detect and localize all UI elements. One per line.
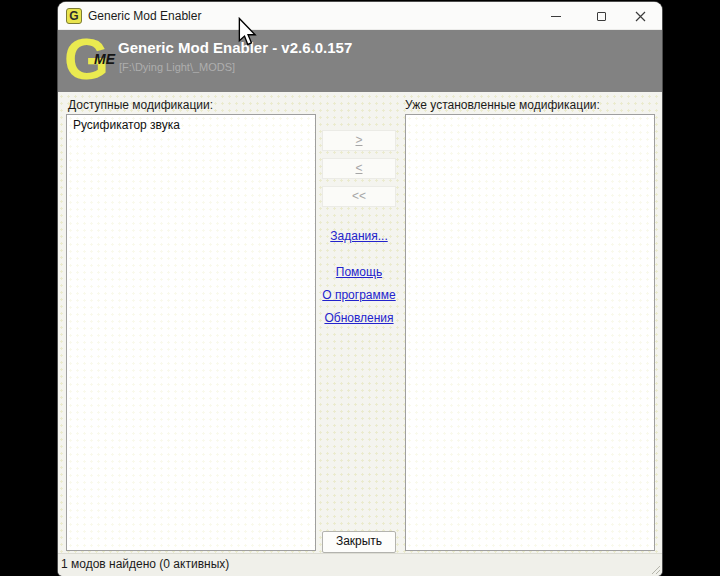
titlebar[interactable]: G Generic Mod Enabler — [58, 2, 662, 30]
minimize-icon — [551, 16, 561, 17]
installed-mods-label: Уже установленные модификации: — [405, 98, 600, 112]
statusbar: 1 модов найдено (0 активных) — [58, 553, 662, 576]
window-title: Generic Mod Enabler — [88, 9, 201, 23]
tasks-link[interactable]: Задания... — [296, 229, 422, 243]
minimize-button[interactable] — [534, 2, 578, 30]
deactivate-mod-button[interactable]: < — [322, 158, 396, 179]
about-link[interactable]: О программе — [296, 288, 422, 302]
maximize-button[interactable] — [579, 2, 623, 30]
activate-mod-label: > — [355, 133, 362, 147]
deactivate-all-mods-label: << — [352, 189, 366, 203]
close-icon — [635, 11, 646, 22]
maximize-icon — [597, 12, 606, 21]
mods-folder-path: [F:\Dying Light\_MODS] — [119, 61, 235, 73]
app-icon: G — [66, 8, 82, 24]
close-button[interactable]: Закрыть — [322, 531, 396, 553]
app-window: G Generic Mod Enabler G ME Generic Mod E… — [58, 2, 662, 576]
activate-mod-button[interactable]: > — [322, 130, 396, 151]
available-mods-label: Доступные модификации: — [68, 98, 213, 112]
screen-background: { "titlebar": { "icon_letter": "G", "tit… — [0, 0, 720, 576]
resize-grip-icon[interactable] — [650, 564, 660, 574]
app-banner: G ME Generic Mod Enabler - v2.6.0.157 [F… — [58, 30, 662, 92]
help-link[interactable]: Помощь — [296, 265, 422, 279]
status-text: 1 модов найдено (0 активных) — [61, 557, 229, 571]
deactivate-mod-label: < — [355, 161, 362, 175]
close-window-button[interactable] — [618, 2, 662, 30]
updates-link[interactable]: Обновления — [296, 311, 422, 325]
list-item[interactable]: Русификатор звука — [67, 115, 315, 134]
available-mods-listbox[interactable]: Русификатор звука — [66, 114, 316, 551]
gme-logo-me-text: ME — [94, 51, 115, 67]
deactivate-all-mods-button[interactable]: << — [322, 186, 396, 207]
installed-mods-listbox[interactable] — [405, 114, 655, 551]
app-version-title: Generic Mod Enabler - v2.6.0.157 — [118, 39, 352, 56]
